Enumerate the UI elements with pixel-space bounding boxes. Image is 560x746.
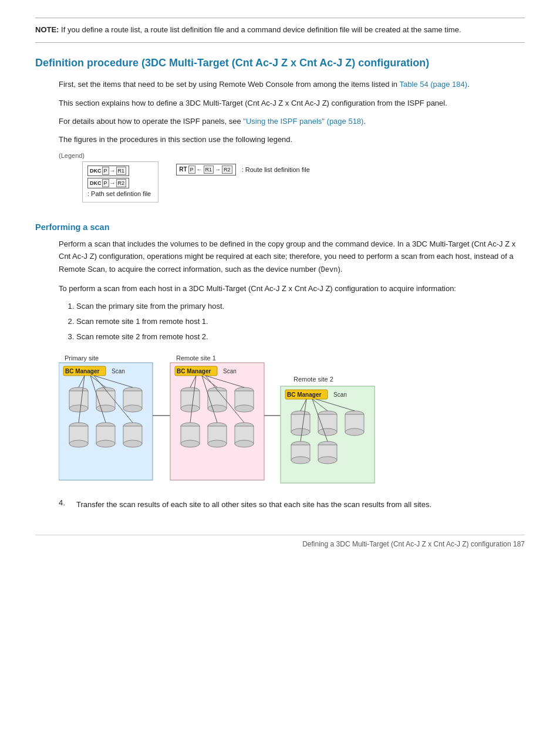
svg-point-23 — [208, 405, 227, 412]
svg-point-14 — [96, 440, 115, 447]
scan-r2-label: Scan — [333, 391, 347, 398]
remote-site2-label: Remote site 2 — [294, 376, 333, 383]
scan-diagram: Primary site BC Manager Scan — [59, 351, 387, 486]
remote-site1-label: Remote site 1 — [176, 355, 216, 362]
sub-para-2: To perform a scan from each host in a 3D… — [59, 282, 525, 295]
section-title: Definition procedure (3DC Multi-Target (… — [35, 56, 525, 70]
svg-point-44 — [345, 428, 364, 436]
cylinder-r1-3 — [235, 387, 254, 412]
para-1: First, set the items that need to be set… — [59, 78, 525, 90]
para-3: For details about how to operate the ISP… — [59, 115, 525, 127]
legend-row-2: DKC P → R2 — [87, 178, 151, 188]
svg-point-2 — [69, 405, 88, 412]
cylinder-r1-1 — [181, 387, 200, 412]
legend-route-icon: RT P ← R1 → R2 — [176, 164, 235, 175]
legend-path-text: : Path set defintion file — [87, 190, 151, 197]
cylinder-r1-6 — [235, 423, 254, 447]
cylinder-r2-3 — [345, 411, 364, 436]
svg-point-8 — [123, 405, 142, 412]
note-box: NOTE: If you define a route list, a rout… — [35, 18, 525, 43]
para-4: The figures in the procedures in this se… — [59, 133, 525, 146]
bc-manager-primary-label: BC Manager — [65, 368, 99, 374]
svg-point-26 — [235, 405, 254, 412]
svg-point-32 — [208, 440, 227, 447]
step4-container: 4. Transfer the scan results of each sit… — [59, 498, 525, 511]
cylinder-r1-5 — [208, 423, 227, 447]
scan-r1-label: Scan — [223, 368, 237, 374]
cylinder-p5 — [96, 423, 115, 447]
devn-code: Devn — [321, 266, 338, 274]
cylinder-p6 — [123, 423, 142, 447]
page-footer: Defining a 3DC Multi-Target (Cnt Ac-J Z … — [35, 535, 525, 548]
cylinder-r2-4 — [291, 441, 310, 464]
cylinder-r2-5 — [318, 441, 337, 464]
steps-list: Scan the primary site from the primary h… — [76, 301, 525, 343]
legend-route-container: RT P ← R1 → R2 : Route list definition f… — [176, 164, 310, 175]
cylinder-r1-2 — [208, 387, 227, 412]
step-3: Scan remote site 2 from remote host 2. — [76, 331, 525, 343]
cylinder-p4 — [69, 423, 88, 447]
step-2: Scan remote site 1 from remote host 1. — [76, 316, 525, 328]
svg-point-17 — [123, 440, 142, 447]
legend-container: (Legend) DKC P → R1 DKC P → R2 — [59, 152, 525, 212]
cylinder-r2-1 — [291, 411, 310, 436]
cylinder-p2 — [96, 387, 115, 412]
legend-label: (Legend) — [59, 152, 525, 159]
bc-manager-r2-label: BC Manager — [287, 391, 321, 398]
ispf-link[interactable]: "Using the ISPF panels" (page 518) — [243, 117, 363, 126]
svg-point-5 — [96, 405, 115, 412]
svg-point-29 — [181, 440, 200, 447]
legend-dkc-r1-icon: DKC P → R1 — [87, 166, 129, 176]
subsection-title: Performing a scan — [35, 222, 525, 232]
cylinder-p3 — [123, 387, 142, 412]
svg-point-47 — [291, 457, 310, 464]
bc-manager-r1-label: BC Manager — [177, 368, 211, 374]
svg-point-41 — [318, 428, 337, 436]
step4-number: 4. — [59, 498, 76, 511]
step4-text: Transfer the scan results of each site t… — [76, 498, 431, 511]
sub-para-1: Perform a scan that includes the volumes… — [59, 238, 525, 276]
cylinder-p1 — [69, 387, 88, 412]
step-1: Scan the primary site from the primary h… — [76, 301, 525, 313]
legend-route-text: : Route list definition file — [242, 166, 310, 173]
legend-row-1: DKC P → R1 — [87, 166, 151, 176]
primary-site-label: Primary site — [65, 355, 99, 362]
table-link[interactable]: Table 54 (page 184) — [399, 80, 467, 89]
svg-point-20 — [181, 405, 200, 412]
note-label: NOTE: — [35, 25, 59, 34]
primary-site-box — [59, 363, 153, 480]
svg-point-35 — [235, 440, 254, 447]
cylinder-r1-4 — [181, 423, 200, 447]
footer-text: Defining a 3DC Multi-Target (Cnt Ac-J Z … — [302, 540, 525, 548]
svg-point-50 — [318, 457, 337, 464]
legend-dkc-r2-icon: DKC P → R2 — [87, 178, 129, 188]
svg-point-11 — [69, 440, 88, 447]
para-2: This section explains how to define a 3D… — [59, 97, 525, 109]
svg-point-38 — [291, 428, 310, 436]
scan-primary-label: Scan — [112, 368, 125, 374]
diagram-wrapper: Primary site BC Manager Scan — [59, 351, 525, 488]
note-text: If you define a route list, a route list… — [61, 25, 461, 34]
remote-site1-box — [170, 363, 264, 480]
legend-box-path: DKC P → R1 DKC P → R2 : Path set definti… — [82, 161, 158, 202]
